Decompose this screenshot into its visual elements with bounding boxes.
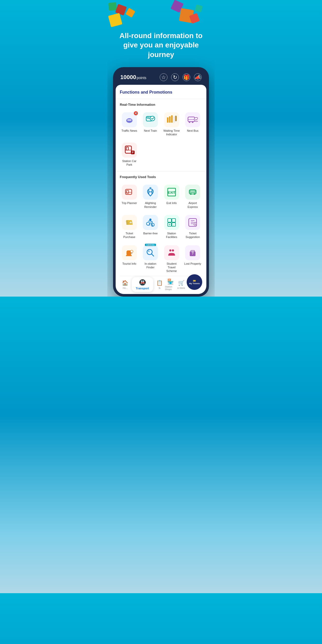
cubes-decoration xyxy=(107,0,215,29)
trip-planner-label: Trip Planner xyxy=(122,201,137,205)
ticket-suggestion-label: Ticket Suggestion xyxy=(184,232,201,239)
svg-rect-41 xyxy=(172,219,176,222)
frequently-used-grid: Trip Planner Alighting Reminder xyxy=(120,183,202,275)
svg-point-1 xyxy=(127,120,129,121)
ticket-purchase-label: Ticket Purchase xyxy=(121,232,138,239)
waiting-time-icon xyxy=(164,112,179,127)
shops-icon: 🏪 xyxy=(167,278,174,285)
svg-rect-12 xyxy=(173,116,175,123)
app-header: 10000points ☆ ↻ 🎁 📣 xyxy=(116,70,206,85)
airport-express-item[interactable]: Airport Express xyxy=(183,183,202,211)
traffic-news-item[interactable]: 📢 Traffic News xyxy=(120,110,139,138)
station-facilities-item[interactable]: i Station Facilities xyxy=(162,213,181,241)
traffic-news-icon: 📢 xyxy=(122,112,137,127)
instation-finder-icon: Admiralty xyxy=(143,245,158,260)
megaphone-icon[interactable]: 📣 xyxy=(194,73,202,81)
next-bus-label: Next Bus xyxy=(187,129,199,132)
nav-home[interactable]: 🏠 Ho... xyxy=(120,280,131,289)
ticket-suggestion-item[interactable]: $ Ticket Suggestion xyxy=(183,213,202,241)
refresh-icon[interactable]: ↻ xyxy=(171,73,179,81)
instation-finder-label: In-station Finder xyxy=(142,262,159,269)
station-carpark-item[interactable]: P Station Car Park xyxy=(120,141,139,169)
nav-estore-label: e-Store xyxy=(177,287,185,289)
nav-shops-label: Station Shops xyxy=(165,285,176,291)
station-facilities-icon: i xyxy=(164,215,179,230)
tourist-info-icon xyxy=(122,245,137,260)
svg-text:EXIT: EXIT xyxy=(168,191,175,194)
exit-info-item[interactable]: EXIT Exit Info xyxy=(162,183,181,211)
svg-rect-34 xyxy=(190,190,195,192)
tourist-info-item[interactable]: Tourist Info xyxy=(120,243,139,275)
svg-point-16 xyxy=(189,121,190,123)
cube-teal xyxy=(195,4,203,12)
real-time-grid: 📢 Traffic News xyxy=(120,110,202,169)
next-train-item[interactable]: Next Train xyxy=(141,110,160,138)
barrier-free-item[interactable]: Barrier-free xyxy=(141,213,160,241)
svg-point-61 xyxy=(172,249,174,251)
barrier-free-label: Barrier-free xyxy=(143,232,158,235)
svg-point-54 xyxy=(130,250,133,253)
svg-rect-13 xyxy=(175,116,177,121)
bottom-nav: 🏠 Ho... 🚇 Transport 📋 ls 🏪 Station Shops… xyxy=(120,276,202,294)
main-card: Functions and Promotions Real-Time Infor… xyxy=(116,85,206,294)
airport-express-label: Airport Express xyxy=(184,201,201,209)
instation-finder-item[interactable]: Admiralty In-station Finder xyxy=(141,243,160,275)
nav-transport-label: Transport xyxy=(136,287,149,290)
barrier-free-icon xyxy=(143,215,158,230)
next-train-icon xyxy=(143,112,158,127)
svg-point-6 xyxy=(147,117,148,118)
svg-point-8 xyxy=(150,116,155,121)
nav-estore[interactable]: 🛒 e-Store xyxy=(176,280,187,289)
cube-orange2 xyxy=(125,8,135,18)
nav-transport[interactable]: 🚇 Transport xyxy=(132,277,153,292)
nav-ls[interactable]: 📋 ls xyxy=(154,280,165,289)
svg-point-17 xyxy=(192,121,193,123)
svg-rect-20 xyxy=(126,147,128,150)
notification-badge: 📢 xyxy=(134,111,138,115)
my-tickets-icon: 🎫 xyxy=(193,279,196,282)
ticket-purchase-item[interactable]: $ Ticket Purchase xyxy=(120,213,139,241)
frequently-used-label: Frequently Used Tools xyxy=(120,175,202,179)
station-facilities-label: Station Facilities xyxy=(163,232,180,239)
svg-rect-11 xyxy=(171,115,173,123)
student-travel-icon xyxy=(164,245,179,260)
trip-planner-item[interactable]: Trip Planner xyxy=(120,183,139,211)
next-bus-icon xyxy=(185,112,200,127)
lost-property-label: Lost Property xyxy=(184,262,201,265)
svg-text:?: ? xyxy=(192,251,194,255)
svg-rect-56 xyxy=(126,255,132,256)
svg-rect-10 xyxy=(169,116,171,123)
svg-point-7 xyxy=(148,117,149,118)
svg-point-33 xyxy=(194,193,195,195)
svg-point-59 xyxy=(148,250,150,252)
next-bus-item[interactable]: Next Bus xyxy=(183,110,202,138)
student-travel-label: Student Travel Scheme xyxy=(163,262,180,273)
station-carpark-icon: P xyxy=(122,143,137,158)
alighting-reminder-label: Alighting Reminder xyxy=(142,201,159,209)
waiting-time-item[interactable]: Waiting Time Indicator xyxy=(162,110,181,138)
student-travel-item[interactable]: Student Travel Scheme xyxy=(162,243,181,275)
lost-property-item[interactable]: ? Lost Property xyxy=(183,243,202,275)
gift-icon[interactable]: 🎁 xyxy=(183,73,190,81)
my-tickets-button[interactable]: 🎫 My Tickets xyxy=(187,274,202,290)
points-display: 10000points xyxy=(120,74,146,81)
transport-icon: 🚇 xyxy=(139,279,146,286)
svg-point-45 xyxy=(169,224,170,225)
nav-home-label: Ho... xyxy=(123,287,128,289)
svg-rect-40 xyxy=(168,219,171,222)
nav-ls-label: ls xyxy=(159,287,160,289)
star-icon[interactable]: ☆ xyxy=(160,73,167,81)
nav-station-shops[interactable]: 🏪 Station Shops xyxy=(165,278,176,291)
admiralty-tag: Admiralty xyxy=(145,244,156,246)
next-train-label: Next Train xyxy=(144,129,157,132)
airport-express-icon xyxy=(185,185,200,200)
ticket-suggestion-icon: $ xyxy=(185,215,200,230)
alighting-reminder-item[interactable]: Alighting Reminder xyxy=(141,183,160,211)
svg-rect-53 xyxy=(127,250,131,251)
exit-info-icon: EXIT xyxy=(164,185,179,200)
hero-title: All-round information to give you an enj… xyxy=(107,29,215,67)
functions-title: Functions and Promotions xyxy=(120,90,202,95)
svg-point-38 xyxy=(146,222,150,225)
ls-icon: 📋 xyxy=(156,280,163,286)
traffic-news-label: Traffic News xyxy=(121,129,137,132)
